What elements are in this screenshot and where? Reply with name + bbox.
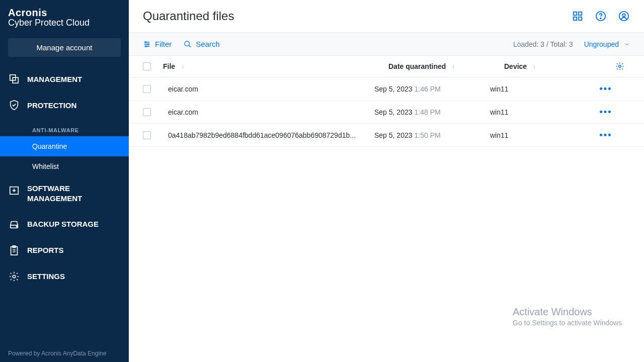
nav-protection[interactable]: PROTECTION xyxy=(0,92,129,118)
page-title: Quarantined files xyxy=(143,9,234,23)
brand-block: Acronis Cyber Protect Cloud xyxy=(0,0,129,33)
disk-icon xyxy=(8,218,20,230)
nav-backup-storage[interactable]: BACKUP STORAGE xyxy=(0,211,129,237)
cell-file: eicar.com xyxy=(163,85,374,93)
sidebar: Acronis Cyber Protect Cloud Manage accou… xyxy=(0,0,129,362)
svg-point-18 xyxy=(145,45,147,47)
app-root: Acronis Cyber Protect Cloud Manage accou… xyxy=(0,0,644,362)
row-actions-button[interactable]: ••• xyxy=(600,130,612,140)
nav-management[interactable]: MANAGEMENT xyxy=(0,66,129,92)
svg-rect-8 xyxy=(574,12,577,15)
clipboard-icon xyxy=(8,244,20,256)
search-label: Search xyxy=(196,40,220,48)
sort-arrow-icon: ↓ xyxy=(533,63,536,70)
svg-point-7 xyxy=(13,275,16,278)
nav-label: MANAGEMENT xyxy=(27,194,82,204)
gear-icon xyxy=(615,62,624,71)
svg-rect-10 xyxy=(574,17,577,20)
svg-point-16 xyxy=(145,41,146,43)
sort-arrow-icon: ↓ xyxy=(181,63,184,70)
download-box-icon xyxy=(8,185,20,197)
chevron-down-icon xyxy=(624,41,630,47)
windows-activation-watermark: Activate Windows Go to Settings to activ… xyxy=(513,306,624,327)
manage-account-button[interactable]: Manage account xyxy=(8,38,121,57)
apps-grid-icon[interactable] xyxy=(572,10,584,22)
nav-sub-whitelist[interactable]: Whitelist xyxy=(0,156,129,176)
column-header-file[interactable]: File ↓ xyxy=(163,62,388,70)
nav-label: BACKUP STORAGE xyxy=(27,220,99,228)
nav-label: REPORTS xyxy=(27,246,64,254)
table-settings-button[interactable] xyxy=(610,62,630,71)
cell-date: Sep 5, 20231:48 PM xyxy=(374,108,490,116)
sliders-icon xyxy=(143,40,151,48)
filter-label: Filter xyxy=(155,40,172,48)
nav-software-management[interactable]: SOFTWARE MANAGEMENT xyxy=(0,176,129,211)
search-button[interactable]: Search xyxy=(184,40,220,48)
table-header: File ↓ Date quarantined ↓ Device ↓ xyxy=(129,56,644,77)
toolbar: Filter Search Loaded: 3 / Total: 3 Ungro… xyxy=(129,33,644,56)
nav-label: SETTINGS xyxy=(27,272,65,281)
shield-check-icon xyxy=(8,99,20,111)
svg-point-15 xyxy=(622,14,625,17)
table-row[interactable]: eicar.com Sep 5, 20231:46 PM win11 ••• xyxy=(129,77,644,101)
cell-date: Sep 5, 20231:50 PM xyxy=(374,131,490,139)
nav-settings[interactable]: SETTINGS xyxy=(0,263,129,290)
svg-rect-11 xyxy=(579,17,582,20)
svg-point-19 xyxy=(185,41,189,46)
gear-icon xyxy=(8,270,20,283)
page-header: Quarantined files xyxy=(129,0,644,33)
cell-date: Sep 5, 20231:46 PM xyxy=(374,85,490,93)
table-row[interactable]: 0a418ab7982b9ed6884fbdd61ace096076abb690… xyxy=(129,124,644,147)
svg-point-13 xyxy=(600,18,601,19)
svg-rect-9 xyxy=(579,12,582,15)
nav-reports[interactable]: REPORTS xyxy=(0,237,129,263)
brand-line1: Acronis xyxy=(8,7,121,19)
cell-file: 0a418ab7982b9ed6884fbdd61ace096076abb690… xyxy=(163,131,374,139)
nav-label: PROTECTION xyxy=(27,101,76,110)
grouping-dropdown[interactable]: Ungrouped xyxy=(584,40,630,48)
search-icon xyxy=(184,40,192,48)
grouping-label: Ungrouped xyxy=(584,40,619,48)
stack-icon xyxy=(8,73,20,85)
sidebar-footer: Powered by Acronis AnyData Engine xyxy=(8,350,106,357)
cell-device: win11 xyxy=(490,131,596,139)
nav-sub-quarantine[interactable]: Quarantine xyxy=(0,136,129,156)
table-row[interactable]: eicar.com Sep 5, 20231:48 PM win11 ••• xyxy=(129,101,644,124)
sort-arrow-icon: ↓ xyxy=(452,63,455,70)
svg-point-20 xyxy=(619,65,621,68)
cell-device: win11 xyxy=(490,108,596,116)
header-icon-group xyxy=(572,10,630,22)
row-actions-button[interactable]: ••• xyxy=(600,83,612,94)
nav-label: MANAGEMENT xyxy=(27,75,82,83)
row-checkbox[interactable] xyxy=(143,131,151,139)
row-actions-button[interactable]: ••• xyxy=(600,107,612,117)
select-all-checkbox[interactable] xyxy=(143,62,151,70)
help-icon[interactable] xyxy=(595,10,607,22)
column-header-date[interactable]: Date quarantined ↓ xyxy=(388,62,504,70)
svg-point-17 xyxy=(147,43,149,45)
svg-point-4 xyxy=(17,226,18,227)
loaded-total-text: Loaded: 3 / Total: 3 xyxy=(513,40,573,48)
column-header-device[interactable]: Device ↓ xyxy=(504,62,610,70)
nav-label: SOFTWARE xyxy=(27,184,82,194)
cell-device: win11 xyxy=(490,85,596,93)
row-checkbox[interactable] xyxy=(143,85,151,93)
main-content: Quarantined files Filter xyxy=(129,0,644,362)
account-icon[interactable] xyxy=(618,10,630,22)
filter-button[interactable]: Filter xyxy=(143,40,172,48)
nav-section-antimalware: ANTI-MALWARE xyxy=(0,118,129,136)
brand-line2: Cyber Protect Cloud xyxy=(8,18,121,28)
row-checkbox[interactable] xyxy=(143,108,151,116)
cell-file: eicar.com xyxy=(163,108,374,116)
